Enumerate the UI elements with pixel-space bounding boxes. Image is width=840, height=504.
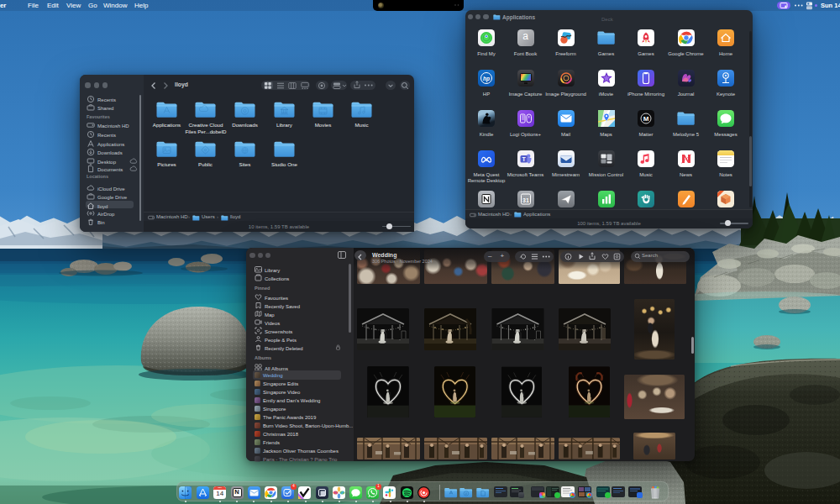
svg-text:31: 31 [522, 197, 529, 202]
svg-text:hp: hp [483, 76, 490, 82]
svg-text:M: M [643, 115, 649, 123]
svg-text:T: T [522, 155, 526, 161]
